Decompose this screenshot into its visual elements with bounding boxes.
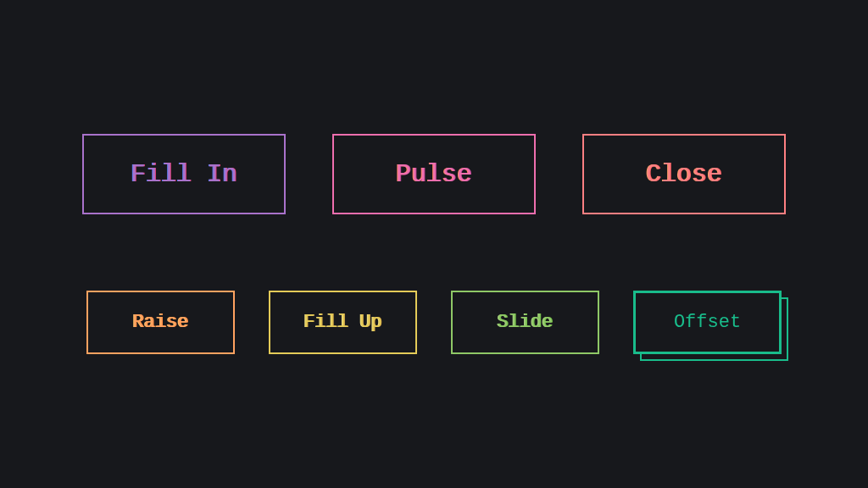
fill-up-button[interactable]: Fill Up bbox=[269, 291, 417, 354]
slide-button[interactable]: Slide bbox=[451, 291, 599, 354]
pulse-button[interactable]: Pulse bbox=[332, 134, 536, 214]
offset-button[interactable]: Offset bbox=[633, 291, 782, 354]
button-row-top: Fill In Pulse Close bbox=[82, 134, 786, 214]
button-row-bottom: Raise Fill Up Slide Offset bbox=[86, 291, 782, 354]
close-button[interactable]: Close bbox=[582, 134, 786, 214]
fill-in-button[interactable]: Fill In bbox=[82, 134, 286, 214]
raise-button[interactable]: Raise bbox=[86, 291, 235, 354]
